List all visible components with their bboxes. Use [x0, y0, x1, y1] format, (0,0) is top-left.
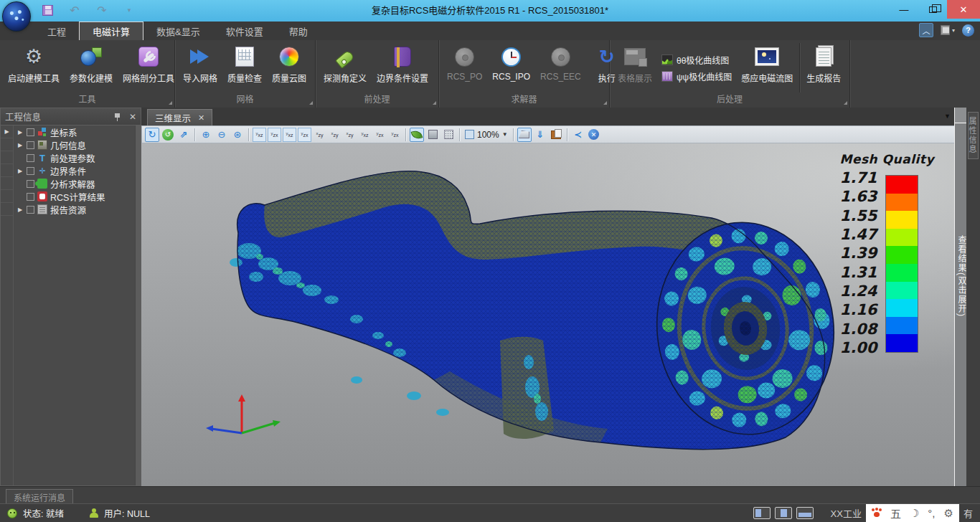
- app-logo-icon[interactable]: [2, 1, 31, 32]
- pin-icon[interactable]: [113, 113, 122, 121]
- menu-tab-em-compute[interactable]: 电磁计算: [79, 22, 143, 40]
- view-left-button[interactable]: yxz: [283, 128, 296, 142]
- viewport-3d[interactable]: Mesh Quality 1.711.63 1.551.47 1.391.31 …: [141, 143, 954, 486]
- ime-punctuation-button[interactable]: °,: [928, 507, 935, 519]
- checkbox[interactable]: [27, 167, 34, 175]
- menu-tab-data-display[interactable]: 数据&显示: [143, 22, 213, 40]
- layout-left-button[interactable]: [753, 507, 771, 519]
- ime-mode-button[interactable]: 五: [890, 506, 901, 521]
- tab-3d-display[interactable]: 三维显示 ✕: [147, 109, 212, 125]
- detect-angle-button[interactable]: 探测角定义: [319, 42, 372, 94]
- tree-item-boundary-condition[interactable]: ▶ ✛ 边界条件: [1, 164, 135, 177]
- view-right-button[interactable]: yzx: [298, 128, 311, 142]
- snapshot-button[interactable]: [549, 128, 563, 142]
- divider: [799, 43, 800, 92]
- generate-report-button[interactable]: 生成报告: [801, 42, 846, 94]
- tree-item-rcs-result[interactable]: RCS计算结果: [1, 190, 135, 203]
- ime-gear-icon[interactable]: ⚙: [944, 507, 953, 520]
- clip-plane-button[interactable]: [517, 128, 532, 142]
- chevron-right-icon[interactable]: ▶: [17, 168, 24, 174]
- wireframe-mode-button[interactable]: [441, 128, 456, 142]
- import-view-button[interactable]: ⇓: [533, 128, 547, 142]
- rcs-po-button[interactable]: RCS_PO: [442, 42, 487, 94]
- group-expand-icon[interactable]: [844, 101, 847, 105]
- reset-view-button[interactable]: ↺: [161, 128, 175, 142]
- checkbox[interactable]: [27, 193, 34, 201]
- minimize-button[interactable]: —: [890, 0, 918, 19]
- mesh-partition-tool-button[interactable]: 网格剖分工具: [118, 42, 179, 94]
- system-messages-tab[interactable]: 系统运行消息: [6, 489, 73, 504]
- tree-item-coordinate-system[interactable]: ▶ 坐标系: [1, 125, 135, 138]
- view-back-button[interactable]: yzx: [268, 128, 281, 142]
- chevron-right-icon[interactable]: ▶: [17, 142, 24, 148]
- close-button[interactable]: ✕: [947, 0, 980, 19]
- rcs-eec-button[interactable]: RCS_EEC: [535, 42, 586, 94]
- properties-tab[interactable]: 属性信息: [968, 112, 979, 159]
- tree-item-geometry-info[interactable]: ▶ 几何信息: [1, 138, 135, 151]
- window-layout-button[interactable]: ▾: [941, 23, 955, 37]
- close-all-button[interactable]: ✕: [587, 128, 601, 142]
- checkbox[interactable]: [27, 180, 34, 188]
- menu-tab-project[interactable]: 工程: [34, 22, 79, 40]
- pan-view-button[interactable]: ⇗: [176, 128, 191, 142]
- group-expand-icon[interactable]: [169, 101, 172, 105]
- induced-current-map-button[interactable]: 感应电磁流图: [736, 42, 798, 94]
- shaded-mode-button[interactable]: [410, 128, 424, 142]
- window-title: 复杂目标RCS电磁分析软件2015 R1 - RCS_2015031801*: [0, 0, 980, 22]
- rcs-ipo-button[interactable]: RCS_IPO: [487, 42, 535, 94]
- ime-toolbar[interactable]: 五 ☽ °, ⚙: [866, 504, 959, 522]
- ime-logo-paw-icon[interactable]: [872, 508, 882, 518]
- layout-center-button[interactable]: [775, 507, 792, 519]
- flat-mode-button[interactable]: [425, 128, 440, 142]
- close-panel-icon[interactable]: ✕: [129, 112, 136, 122]
- import-mesh-button[interactable]: 导入网格: [178, 42, 222, 94]
- view-iso2-button[interactable]: yxz: [358, 128, 372, 142]
- group-expand-icon[interactable]: [433, 101, 436, 105]
- checkbox[interactable]: [27, 206, 34, 214]
- checkbox[interactable]: [27, 141, 34, 149]
- quality-contour-button[interactable]: 质量云图: [267, 42, 311, 94]
- restore-button[interactable]: [918, 0, 947, 19]
- rotate-view-button[interactable]: ↻: [145, 128, 159, 142]
- parametric-modeling-button[interactable]: 参数化建模: [65, 42, 118, 94]
- view-iso3-button[interactable]: yzx: [373, 128, 387, 142]
- view-front-button[interactable]: yxz: [253, 128, 266, 142]
- chevron-right-icon[interactable]: ▶: [17, 129, 24, 136]
- psi-polar-curve-button[interactable]: ψψ极化曲线图: [661, 70, 732, 82]
- theta-polar-curve-button[interactable]: θθ极化曲线图: [661, 54, 732, 66]
- view-top-button[interactable]: xzy: [313, 128, 326, 142]
- chevron-right-icon[interactable]: ▶: [17, 207, 24, 213]
- zoom-fit-button[interactable]: ⊛: [230, 128, 245, 142]
- results-collapsed-panel[interactable]: 查看结果(双击展开): [954, 108, 966, 486]
- chevron-right-icon[interactable]: ▶: [4, 128, 11, 135]
- view-iso1-button[interactable]: xzy: [343, 128, 357, 142]
- zoom-level-select[interactable]: 100% ▼: [463, 130, 509, 140]
- tree-item-preprocess-params[interactable]: T 前处理参数: [1, 151, 135, 164]
- divider: [459, 128, 460, 141]
- quality-check-button[interactable]: 质量检查: [222, 42, 267, 94]
- group-expand-icon[interactable]: [603, 101, 607, 105]
- menu-tab-software-settings[interactable]: 软件设置: [213, 22, 276, 40]
- tree-item-report-resource[interactable]: ▶ 报告资源: [1, 203, 135, 216]
- help-icon[interactable]: ?: [962, 24, 974, 37]
- checkbox[interactable]: [27, 154, 34, 162]
- layout-bottom-button[interactable]: [796, 507, 814, 519]
- panel-scrollbar[interactable]: [135, 125, 141, 485]
- zoom-out-button[interactable]: ⊖: [215, 128, 229, 142]
- tag-icon: [335, 49, 355, 69]
- launch-modeling-tool-button[interactable]: ⚙ 启动建模工具: [3, 42, 65, 94]
- group-expand-icon[interactable]: [309, 101, 313, 105]
- tab-list-caret-icon[interactable]: ▼: [944, 113, 951, 120]
- tree-item-solver[interactable]: 分析求解器: [1, 177, 135, 190]
- zoom-in-button[interactable]: ⊕: [199, 128, 213, 142]
- menu-tab-help[interactable]: 帮助: [276, 22, 321, 40]
- checkbox[interactable]: [27, 128, 34, 136]
- ime-moon-icon[interactable]: ☽: [910, 507, 919, 520]
- view-iso4-button[interactable]: yzx: [388, 128, 402, 142]
- wireframe-icon: [444, 130, 453, 139]
- collapse-ribbon-button[interactable]: ︿: [919, 23, 933, 37]
- boundary-condition-button[interactable]: 边界条件设置: [372, 42, 433, 94]
- view-bottom-button[interactable]: xzy: [328, 128, 341, 142]
- close-tab-icon[interactable]: ✕: [198, 113, 204, 123]
- share-button[interactable]: ≺: [571, 128, 585, 142]
